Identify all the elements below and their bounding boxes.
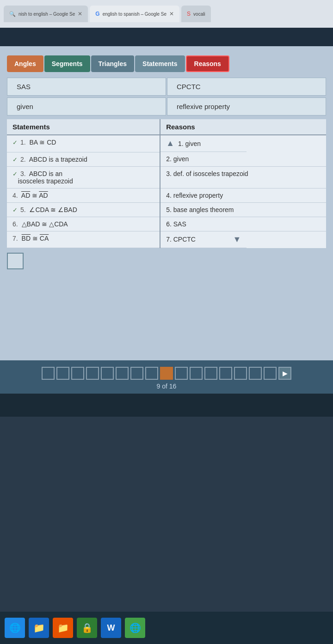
play-button[interactable]: ▶ bbox=[278, 367, 291, 380]
explorer-icon: 📁 bbox=[33, 622, 45, 633]
drag-item-reflexive[interactable]: reflexive property bbox=[167, 97, 326, 115]
chrome-icon: 🌐 bbox=[130, 622, 141, 633]
drag-item-cpctc[interactable]: CPCTC bbox=[167, 78, 326, 96]
edge-icon: 🌐 bbox=[9, 622, 21, 633]
category-segments[interactable]: Segments bbox=[44, 55, 90, 72]
tab-icon-1: 🔍 bbox=[9, 11, 16, 17]
check-3: ✓ bbox=[12, 170, 18, 177]
statement-1: ✓ 1. BA ≅ CD bbox=[7, 135, 160, 152]
statement-7: 7. BD ≅ CA bbox=[7, 231, 160, 248]
page-box-4[interactable] bbox=[86, 367, 99, 380]
tab-close-1[interactable]: ✕ bbox=[78, 11, 82, 17]
tab-2[interactable]: G english to spanish – Google Se ✕ bbox=[90, 6, 179, 22]
drag-item-given[interactable]: given bbox=[7, 97, 166, 115]
table-row: 4. AD ≅ AD 4. reflexive property bbox=[7, 188, 326, 202]
category-buttons: Angles Segments Triangles Statements Rea… bbox=[7, 55, 326, 72]
tab-3[interactable]: S vocali bbox=[181, 6, 211, 22]
page-box-12[interactable] bbox=[204, 367, 217, 380]
statement-3: ✓ 3. ABCD is an isosceles trapezoid bbox=[7, 166, 160, 188]
reason-7: 7. CPCTC ▼ bbox=[160, 231, 247, 248]
statement-6: 6. △BAD ≅ △CDA bbox=[7, 217, 160, 231]
page-box-15[interactable] bbox=[249, 367, 262, 380]
spacer bbox=[0, 394, 333, 417]
tab-1[interactable]: 🔍 nish to english – Google Se ✕ bbox=[4, 6, 88, 22]
page-box-1[interactable] bbox=[42, 367, 55, 380]
drag-item-sas[interactable]: SAS bbox=[7, 78, 166, 96]
page-boxes: ▶ bbox=[42, 367, 291, 380]
page-box-8[interactable] bbox=[145, 367, 158, 380]
page-box-2[interactable] bbox=[56, 367, 69, 380]
page-box-11[interactable] bbox=[190, 367, 203, 380]
page-box-13[interactable] bbox=[219, 367, 232, 380]
category-reasons[interactable]: Reasons bbox=[186, 55, 229, 72]
category-triangles[interactable]: Triangles bbox=[91, 55, 134, 72]
taskbar-chrome[interactable]: 🌐 bbox=[125, 618, 145, 638]
main-content: Angles Segments Triangles Statements Rea… bbox=[0, 46, 333, 360]
taskbar: 🌐 📁 📁 🔒 W 🌐 bbox=[0, 612, 333, 644]
proof-table: Statements Reasons ✓ 1. BA ≅ CD ▲ 1. giv… bbox=[7, 119, 326, 248]
statement-2: ✓ 2. ABCD is a trapezoid bbox=[7, 152, 160, 166]
statements-header: Statements bbox=[7, 119, 160, 135]
category-angles[interactable]: Angles bbox=[7, 55, 43, 72]
reason-6: 6. SAS bbox=[160, 217, 326, 231]
reason-4: 4. reflexive property bbox=[160, 188, 326, 202]
taskbar-explorer[interactable]: 📁 bbox=[29, 618, 49, 638]
table-row: ✓ 3. ABCD is an isosceles trapezoid 3. d… bbox=[7, 166, 326, 188]
tab-label-1: nish to english – Google Se bbox=[18, 12, 75, 17]
drag-row-2: given reflexive property bbox=[7, 97, 326, 115]
reasons-header: Reasons bbox=[160, 119, 326, 135]
table-row: 7. BD ≅ CA 7. CPCTC ▼ bbox=[7, 231, 326, 248]
page-box-6[interactable] bbox=[116, 367, 129, 380]
page-box-16[interactable] bbox=[264, 367, 277, 380]
taskbar-edge[interactable]: 🌐 bbox=[5, 618, 25, 638]
taskbar-folder[interactable]: 📁 bbox=[53, 618, 73, 638]
check-2: ✓ bbox=[12, 156, 18, 163]
pagination-area: ▶ 9 of 16 bbox=[0, 360, 333, 394]
tab-label-2: english to spanish – Google Se bbox=[103, 12, 166, 17]
page-box-10[interactable] bbox=[175, 367, 188, 380]
empty-drop-zone[interactable] bbox=[7, 253, 24, 269]
page-counter: 9 of 16 bbox=[157, 383, 177, 390]
proof-table-wrapper: Statements Reasons ✓ 1. BA ≅ CD ▲ 1. giv… bbox=[7, 119, 326, 248]
page-box-7[interactable] bbox=[130, 367, 143, 380]
page-box-14[interactable] bbox=[234, 367, 247, 380]
statement-4: 4. AD ≅ AD bbox=[7, 188, 160, 202]
tab-icon-3: S bbox=[187, 11, 191, 17]
category-statements[interactable]: Statements bbox=[135, 55, 185, 72]
tab-close-2[interactable]: ✕ bbox=[169, 11, 174, 17]
page-box-3[interactable] bbox=[71, 367, 84, 380]
reason-5: 5. base angles theorem bbox=[160, 202, 326, 217]
tab-icon-2: G bbox=[95, 11, 99, 17]
table-row: ✓ 2. ABCD is a trapezoid 2. given bbox=[7, 152, 326, 166]
table-row: 6. △BAD ≅ △CDA 6. SAS bbox=[7, 217, 326, 231]
taskbar-word[interactable]: W bbox=[101, 618, 121, 638]
taskbar-security[interactable]: 🔒 bbox=[77, 618, 97, 638]
lock-icon: 🔒 bbox=[81, 622, 93, 633]
reason-3: 3. def. of isosceles trapezoid bbox=[160, 166, 326, 188]
check-1: ✓ bbox=[12, 139, 18, 146]
folder-icon: 📁 bbox=[57, 622, 69, 633]
reason-2: 2. given bbox=[160, 152, 326, 166]
check-5: ✓ bbox=[12, 207, 18, 213]
page-box-5[interactable] bbox=[101, 367, 114, 380]
browser-chrome: 🔍 nish to english – Google Se ✕ G englis… bbox=[0, 0, 333, 28]
statement-5: ✓ 5. ∠CDA ≅ ∠BAD bbox=[7, 202, 160, 217]
table-row: ✓ 5. ∠CDA ≅ ∠BAD 5. base angles theorem bbox=[7, 202, 326, 217]
browser-bar bbox=[0, 28, 333, 46]
word-icon: W bbox=[107, 623, 115, 633]
tab-label-3: vocali bbox=[193, 12, 205, 17]
play-icon: ▶ bbox=[283, 370, 288, 377]
reason-1: ▲ 1. given bbox=[160, 135, 247, 152]
page-box-9-current[interactable] bbox=[160, 367, 173, 380]
table-row: ✓ 1. BA ≅ CD ▲ 1. given bbox=[7, 135, 326, 152]
drag-row-1: SAS CPCTC bbox=[7, 78, 326, 96]
